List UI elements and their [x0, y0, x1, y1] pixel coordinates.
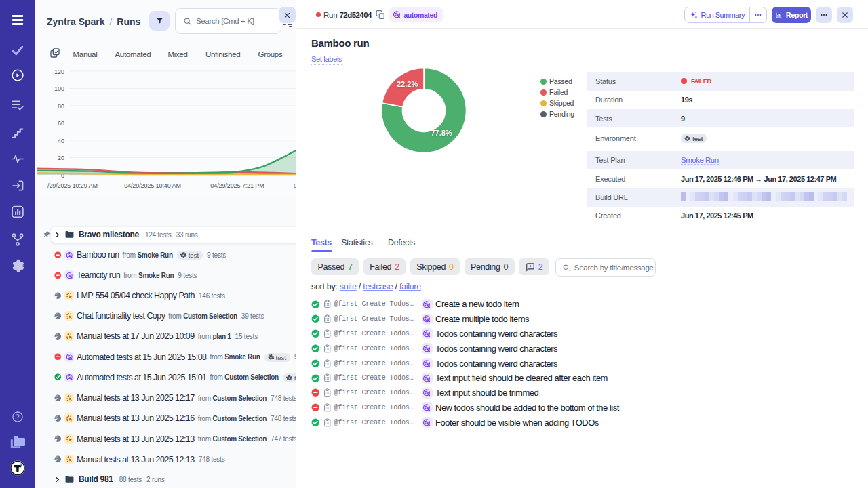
svg-text:40: 40	[58, 138, 64, 144]
svg-text:120: 120	[54, 68, 64, 75]
svg-text:77.8%: 77.8%	[431, 129, 452, 137]
svg-text:04/29/2025 7:21 PM: 04/29/2025 7:21 PM	[210, 182, 264, 189]
svg-text:80: 80	[58, 103, 64, 110]
svg-text:60: 60	[58, 120, 64, 127]
svg-text:20: 20	[58, 155, 64, 161]
svg-text:04/29/2025 10:40 AM: 04/29/2025 10:40 AM	[124, 182, 181, 189]
svg-text:22.2%: 22.2%	[397, 80, 418, 88]
svg-text:100: 100	[54, 85, 64, 92]
svg-text:/29/2025 10:29 AM: /29/2025 10:29 AM	[47, 182, 98, 189]
